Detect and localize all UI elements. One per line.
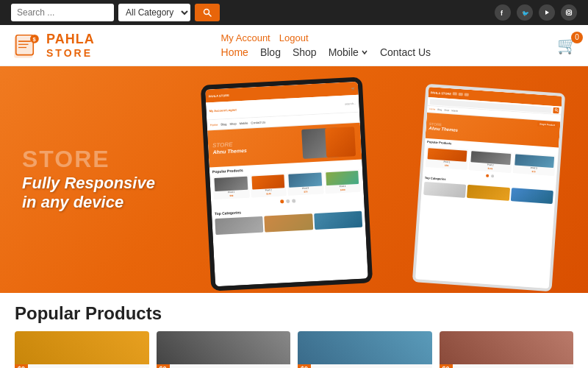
svg-marker-4 bbox=[545, 10, 549, 15]
phone-mockup: PAHLA STORE Home Blog Shop bbox=[412, 84, 565, 292]
logo-name: PAHLA STORE bbox=[46, 32, 95, 59]
search-area: All Category bbox=[11, 4, 220, 21]
top-bar: All Category f 🐦 bbox=[0, 0, 588, 25]
svg-line-15 bbox=[556, 110, 558, 112]
phone-badge: Single Product bbox=[537, 121, 558, 127]
instagram-icon[interactable] bbox=[561, 4, 577, 21]
devices-container: PAHLA STORE 🛒 My Account Logout search..… bbox=[162, 74, 588, 293]
svg-text:🐦: 🐦 bbox=[522, 10, 528, 16]
chevron-down-icon bbox=[361, 49, 368, 56]
account-links: My Account Logout bbox=[221, 32, 309, 43]
product-card[interactable]: $0 bbox=[15, 331, 149, 368]
nav-mobile-dropdown[interactable]: Mobile bbox=[329, 46, 368, 58]
product-card[interactable]: $0 bbox=[157, 331, 291, 368]
my-account-link[interactable]: My Account bbox=[221, 32, 270, 43]
search-button[interactable] bbox=[195, 4, 220, 21]
popular-products-title: Popular Products bbox=[15, 303, 573, 324]
products-grid: $0 $0 $0 $0 bbox=[15, 331, 573, 368]
popular-products-section: Popular Products $0 $0 $0 $0 bbox=[0, 293, 588, 368]
main-nav: Home Blog Shop Mobile Contact Us bbox=[221, 46, 431, 58]
logout-link[interactable]: Logout bbox=[279, 32, 309, 43]
logo-area: $ PAHLA STORE bbox=[11, 30, 95, 61]
svg-text:f: f bbox=[501, 10, 503, 16]
category-select[interactable]: All Category bbox=[118, 4, 190, 21]
nav-bar: $ PAHLA STORE My Account Logout Home Blo… bbox=[0, 25, 588, 66]
product-card[interactable]: $0 bbox=[440, 331, 574, 368]
nav-blog[interactable]: Blog bbox=[260, 46, 281, 58]
svg-line-1 bbox=[209, 14, 212, 17]
cart-area[interactable]: 🛒 0 bbox=[557, 36, 577, 55]
tablet-mockup: PAHLA STORE 🛒 My Account Logout search..… bbox=[201, 77, 373, 291]
svg-rect-5 bbox=[567, 10, 572, 15]
nav-shop[interactable]: Shop bbox=[293, 46, 317, 58]
nav-links: My Account Logout Home Blog Shop Mobile … bbox=[221, 32, 431, 58]
product-card[interactable]: $0 bbox=[298, 331, 432, 368]
facebook-icon[interactable]: f bbox=[495, 4, 511, 21]
hero-store-watermark: STORE bbox=[22, 147, 155, 171]
svg-point-6 bbox=[567, 11, 570, 14]
social-icons: f 🐦 bbox=[495, 4, 577, 21]
logo-icon: $ bbox=[11, 30, 42, 61]
youtube-icon[interactable] bbox=[539, 4, 555, 21]
hero-text: STORE Fully Responsive in any device bbox=[22, 147, 155, 213]
hero-section: STORE Fully Responsive in any device PAH… bbox=[0, 66, 588, 293]
twitter-icon[interactable]: 🐦 bbox=[517, 4, 533, 21]
nav-contact[interactable]: Contact Us bbox=[380, 46, 431, 58]
nav-home[interactable]: Home bbox=[221, 46, 248, 58]
cart-badge: 0 bbox=[571, 32, 583, 43]
hero-tagline: Fully Responsive in any device bbox=[22, 174, 155, 213]
search-icon bbox=[203, 8, 212, 17]
search-input[interactable] bbox=[11, 4, 114, 21]
logo-text-block: PAHLA STORE bbox=[46, 32, 95, 59]
